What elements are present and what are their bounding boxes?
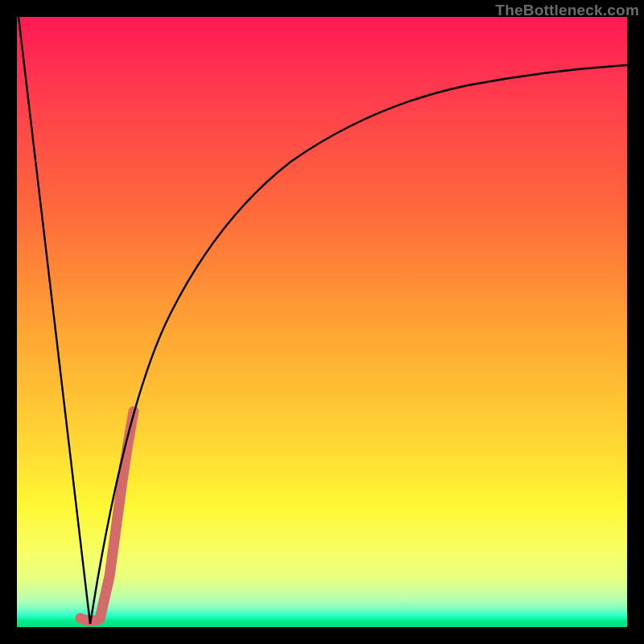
chart-frame: TheBottleneck.com — [0, 0, 644, 644]
chart-svg — [17, 17, 627, 627]
asymptotic-curve — [90, 65, 627, 624]
plot-area — [17, 17, 627, 627]
watermark-text: TheBottleneck.com — [495, 2, 639, 19]
left-slope-line — [19, 17, 90, 624]
